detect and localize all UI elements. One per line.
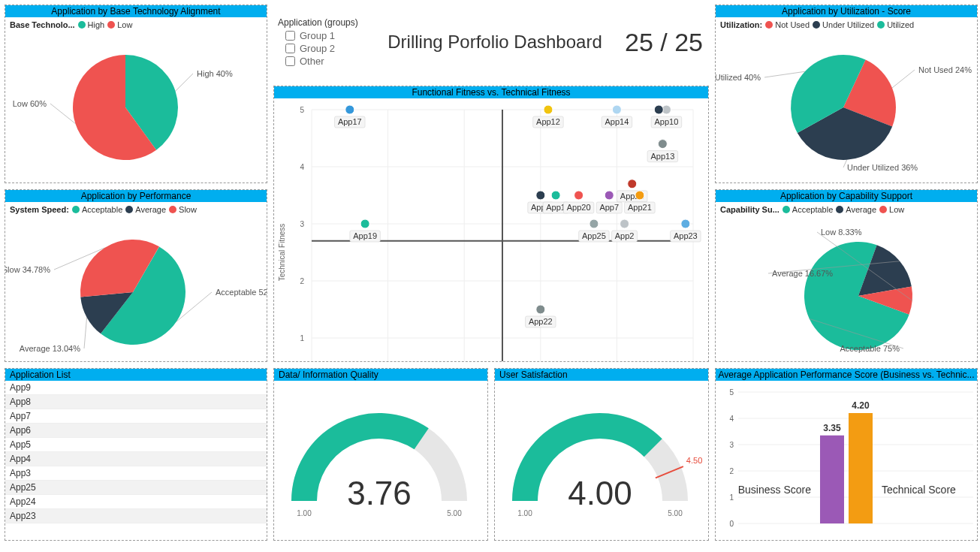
pie-chart[interactable]: Acceptable 52.17%Average 13.04%Slow 34.7… [5,217,267,356]
svg-point-44 [536,305,545,314]
svg-point-38 [345,105,354,114]
dashboard-title: Drilling Porfolio Dashboard [386,32,604,53]
svg-point-65 [612,105,621,114]
list-item[interactable]: App25 [5,481,267,495]
svg-text:App1: App1 [546,203,565,212]
svg-text:App20: App20 [567,203,591,212]
svg-point-47 [544,105,553,114]
list-item[interactable]: App7 [5,409,267,424]
filter-option-group1[interactable]: Group 1 [278,29,366,42]
svg-point-84 [681,219,690,228]
svg-text:App13: App13 [650,152,674,161]
svg-text:5: 5 [729,388,734,397]
svg-point-81 [658,140,667,149]
svg-text:Average 13.04%: Average 13.04% [20,344,80,353]
svg-line-8 [764,71,805,77]
list-item[interactable]: App5 [5,438,267,452]
svg-text:4: 4 [729,415,734,423]
svg-text:1: 1 [300,334,304,342]
svg-point-74 [620,219,629,228]
svg-text:4.00: 4.00 [568,475,632,511]
list-item[interactable]: App23 [5,509,267,523]
panel-title: Average Application Performance Score (B… [716,369,977,381]
list-item[interactable]: App4 [5,452,267,466]
scatter-chart[interactable]: 001122334455Functional FitnessTechnical … [274,98,708,362]
panel-data-quality: Data/ Information Quality 3.761.005.00 [273,368,488,541]
header-area: Application (groups) Group 1 Group 2 Oth… [273,5,709,80]
panel-user-satisfaction: User Satisfaction 4.504.001.005.00 [494,368,709,541]
svg-text:1.00: 1.00 [297,509,312,517]
svg-point-41 [360,219,369,228]
svg-line-4 [892,70,915,88]
gauge-chart[interactable]: 3.761.005.00 [274,381,484,531]
svg-text:Low 8.33%: Low 8.33% [821,228,862,237]
list-item[interactable]: App3 [5,466,267,481]
svg-text:4.20: 4.20 [852,400,870,411]
bar-chart[interactable]: 0123453.35Business Score4.20Technical Sc… [716,381,977,535]
svg-text:App25: App25 [582,231,606,240]
panel-title: Application by Utilization - Score [716,5,977,17]
svg-text:App14: App14 [605,117,629,126]
svg-line-89 [84,318,87,348]
svg-text:Technical Score: Technical Score [882,484,956,496]
list-item[interactable]: App24 [5,495,267,509]
svg-text:3: 3 [729,441,734,449]
panel-title: Functional Fitness vs. Technical Fitness [274,86,708,98]
filter-option-other[interactable]: Other [278,55,366,68]
svg-text:Low 60%: Low 60% [13,99,47,108]
pie-chart[interactable]: Acceptable 75%Average 16.67%Low 8.33% [716,217,977,356]
panel-avg-score: Average Application Performance Score (B… [715,368,978,541]
svg-point-56 [574,191,583,200]
svg-text:5.00: 5.00 [447,509,462,517]
svg-rect-122 [849,413,873,523]
svg-text:1: 1 [729,493,734,502]
legend: System Speed: Acceptable Average Slow [5,202,267,217]
svg-point-80 [654,105,663,114]
svg-text:App22: App22 [529,317,553,326]
svg-text:3: 3 [300,220,304,228]
svg-point-62 [605,191,614,200]
svg-point-68 [628,179,637,189]
panel-title: Data/ Information Quality [274,369,487,381]
pie-chart[interactable]: High 40%Low 60% [5,32,267,171]
svg-line-0 [176,74,193,91]
legend: Utilization: Not Used Under Utilized Uti… [716,17,977,32]
pie-chart[interactable]: Not Used 24%Under Utilized 36%Utilized 4… [716,32,977,171]
svg-text:2: 2 [729,467,734,475]
svg-point-53 [551,191,560,200]
panel-utilization: Application by Utilization - Score Utili… [715,5,978,183]
svg-text:4.50: 4.50 [686,456,702,465]
svg-text:Business Score: Business Score [738,484,811,496]
app-list-body[interactable]: App9App8App7App6App5App4App3App25App24Ap… [5,381,267,531]
svg-text:5.00: 5.00 [668,509,683,517]
panel-title: Application List [5,369,267,381]
svg-text:App23: App23 [674,231,698,240]
filter-groups: Application (groups) Group 1 Group 2 Oth… [273,14,371,71]
svg-text:Average 16.67%: Average 16.67% [772,269,833,278]
svg-point-71 [635,191,644,200]
svg-text:Utilized 40%: Utilized 40% [716,73,761,82]
panel-title: Application by Base Technology Alignment [5,5,267,17]
svg-text:0: 0 [729,520,734,528]
gauge-chart[interactable]: 4.504.001.005.00 [495,381,705,531]
svg-text:App21: App21 [628,203,652,212]
filter-option-group2[interactable]: Group 2 [278,42,366,55]
svg-text:App2: App2 [615,231,635,240]
svg-text:2: 2 [300,277,304,285]
svg-text:5: 5 [300,106,304,114]
list-item[interactable]: App6 [5,424,267,438]
list-item[interactable]: App8 [5,395,267,409]
svg-text:1.00: 1.00 [517,509,532,517]
app-count: 25 / 25 [619,28,709,57]
legend: Capability Su... Acceptable Average Low [716,202,977,217]
legend: Base Technolo... High Low [5,17,267,32]
list-item[interactable]: App9 [5,381,267,395]
svg-line-2 [50,104,75,124]
svg-text:4: 4 [300,163,304,171]
svg-text:3.76: 3.76 [347,475,412,511]
svg-text:Under Utilized 36%: Under Utilized 36% [847,163,918,171]
panel-scatter: Functional Fitness vs. Technical Fitness… [273,86,709,362]
svg-line-6 [843,160,847,167]
svg-point-59 [590,219,599,228]
svg-text:App7: App7 [599,203,619,212]
